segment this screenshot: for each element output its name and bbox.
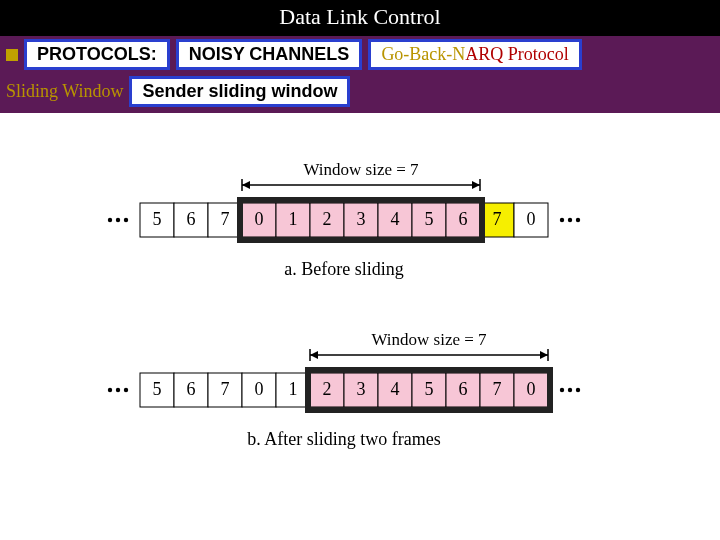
sliding-window-label: Sliding Window <box>6 81 123 102</box>
tag-row-2: Sliding Window Sender sliding window <box>0 73 720 113</box>
gbn-chip: Go-Back-N ARQ Protocol <box>368 39 581 70</box>
svg-text:0: 0 <box>527 379 536 399</box>
svg-text:5: 5 <box>425 209 434 229</box>
svg-text:7: 7 <box>493 379 502 399</box>
tag-row-1: PROTOCOLS: NOISY CHANNELS Go-Back-N ARQ … <box>0 36 720 73</box>
bullet-icon <box>6 49 18 61</box>
svg-text:5: 5 <box>153 209 162 229</box>
svg-text:4: 4 <box>391 379 400 399</box>
title-row: Data Link Control <box>0 0 720 34</box>
svg-text:7: 7 <box>221 209 230 229</box>
sender-sw-chip: Sender sliding window <box>129 76 350 107</box>
svg-text:6: 6 <box>459 209 468 229</box>
svg-point-11 <box>576 218 580 222</box>
svg-text:a. Before sliding: a. Before sliding <box>284 259 403 279</box>
protocols-chip: PROTOCOLS: <box>24 39 170 70</box>
svg-marker-42 <box>540 351 548 359</box>
svg-text:Window size = 7: Window size = 7 <box>303 160 419 179</box>
svg-point-7 <box>560 218 564 222</box>
svg-point-9 <box>568 218 572 222</box>
svg-text:6: 6 <box>187 209 196 229</box>
svg-text:4: 4 <box>391 209 400 229</box>
svg-text:2: 2 <box>323 209 332 229</box>
svg-marker-4 <box>472 181 480 189</box>
svg-marker-41 <box>310 351 318 359</box>
svg-point-6 <box>108 218 112 222</box>
svg-text:5: 5 <box>153 379 162 399</box>
svg-point-10 <box>124 218 128 222</box>
header-bar: Data Link Control <box>0 0 720 36</box>
svg-point-46 <box>116 388 120 392</box>
svg-text:1: 1 <box>289 209 298 229</box>
svg-text:1: 1 <box>289 379 298 399</box>
gbn-text-1: Go-Back-N <box>381 44 465 65</box>
svg-text:6: 6 <box>459 379 468 399</box>
gbn-text-2: ARQ Protocol <box>465 44 569 65</box>
svg-text:5: 5 <box>425 379 434 399</box>
sliding-window-diagram: Window size = 7567012345670a. Before sli… <box>60 143 660 540</box>
svg-point-47 <box>568 388 572 392</box>
svg-text:0: 0 <box>527 209 536 229</box>
svg-text:7: 7 <box>493 209 502 229</box>
noisy-chip: NOISY CHANNELS <box>176 39 363 70</box>
figure-area: Window size = 7567012345670a. Before sli… <box>0 113 720 540</box>
svg-point-49 <box>576 388 580 392</box>
svg-text:6: 6 <box>187 379 196 399</box>
svg-text:0: 0 <box>255 209 264 229</box>
svg-text:3: 3 <box>357 379 366 399</box>
svg-text:2: 2 <box>323 379 332 399</box>
svg-point-8 <box>116 218 120 222</box>
svg-point-48 <box>124 388 128 392</box>
svg-point-45 <box>560 388 564 392</box>
page-title: Data Link Control <box>279 4 440 29</box>
svg-text:Window size = 7: Window size = 7 <box>371 330 487 349</box>
svg-point-44 <box>108 388 112 392</box>
svg-text:3: 3 <box>357 209 366 229</box>
svg-marker-3 <box>242 181 250 189</box>
svg-text:7: 7 <box>221 379 230 399</box>
svg-text:b. After sliding two frames: b. After sliding two frames <box>247 429 440 449</box>
svg-text:0: 0 <box>255 379 264 399</box>
